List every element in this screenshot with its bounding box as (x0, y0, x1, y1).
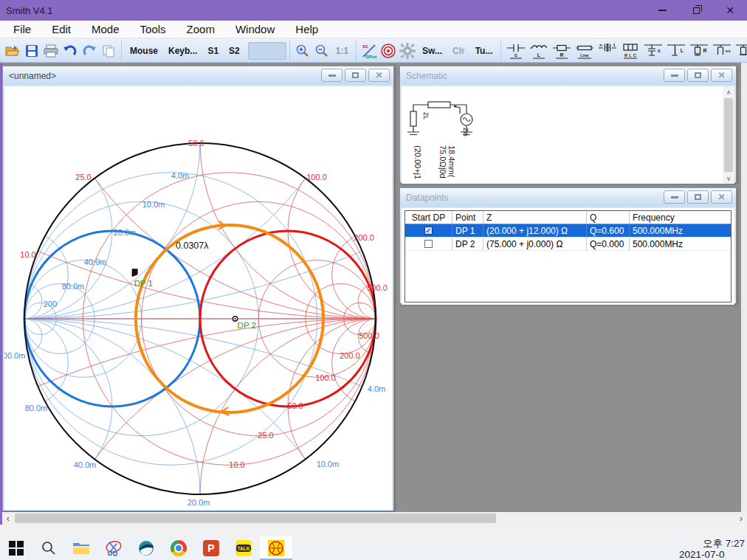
snipping-tool-button[interactable] (97, 536, 130, 560)
cell-point[interactable]: DP 1 (452, 224, 483, 237)
tool-button-sw[interactable]: Sw... (417, 44, 447, 58)
smith-minimize-button[interactable] (321, 69, 342, 82)
cell-frequency[interactable]: 500.000MHz (630, 224, 731, 237)
zoom-out-button[interactable] (312, 41, 331, 61)
scrollbar-thumb[interactable] (15, 514, 496, 523)
menu-zoom[interactable]: Zoom (176, 21, 225, 38)
start-dp-checkbox[interactable]: ✓ (424, 227, 433, 235)
start-dp-cell[interactable]: ✓ (405, 224, 452, 237)
undo-button[interactable] (61, 41, 80, 61)
datapoints-window-titlebar[interactable]: Datapoints ✕ (400, 188, 736, 207)
menu-help[interactable]: Help (285, 21, 328, 38)
kakaotalk-button[interactable]: TALK (227, 536, 260, 560)
zoom-in-button[interactable] (293, 41, 312, 61)
horizontal-scrollbar[interactable]: ‹ › (2, 512, 747, 525)
taskbar-clock[interactable]: 오후 7:27 2021-07-0 (679, 538, 747, 560)
smith-chart-canvas[interactable]: 50.025.010.0100.0200.0500.0500.0200.0100… (4, 86, 392, 510)
shunt-capacitor-button[interactable]: c (641, 41, 664, 61)
column-header-q[interactable]: Q (587, 211, 630, 224)
start-dp-checkbox[interactable] (424, 240, 433, 248)
mode-button-s2[interactable]: S2 (224, 44, 245, 58)
series-line-button[interactable]: Line (573, 41, 596, 61)
shunt-resistor-button[interactable]: R (687, 41, 710, 61)
menu-tools[interactable]: Tools (130, 21, 176, 38)
cell-point[interactable]: DP 2 (452, 238, 483, 250)
datapoints-minimize-button[interactable] (664, 190, 685, 204)
datapoint-row-dp2[interactable]: DP 2(75.000 + j0.000) ΩQ=0.000500.000MHz (405, 238, 731, 251)
transformer-button[interactable]: n1 (596, 41, 619, 61)
short-stub-button[interactable]: ss (733, 41, 747, 61)
tool-button-clr[interactable]: Clr (447, 44, 470, 58)
column-header-z[interactable]: Z (483, 211, 587, 224)
cell-z[interactable]: (20.000 + j12.000) Ω (483, 224, 587, 237)
menu-edit[interactable]: Edit (41, 21, 81, 38)
print-button[interactable] (41, 41, 61, 61)
search-button[interactable] (32, 536, 65, 560)
smith-app-taskbar-button[interactable] (260, 536, 292, 560)
mode-button-s1[interactable]: S1 (202, 44, 224, 58)
smith-window-title: <unnamed> (3, 71, 56, 81)
smith-close-button[interactable]: ✕ (368, 69, 390, 82)
file-explorer-button[interactable] (65, 536, 97, 560)
datapoints-maximize-button[interactable] (687, 190, 709, 204)
schematic-maximize-button[interactable] (687, 69, 709, 82)
smith-maximize-button[interactable] (345, 69, 366, 82)
series-resistor-button[interactable]: R (550, 41, 573, 61)
chrome-button[interactable] (162, 536, 195, 560)
datapoints-table: Start DPPointZQFrequency✓DP 1(20.000 + j… (405, 210, 731, 303)
minimize-icon (328, 75, 336, 77)
grid-label: 50.0 (287, 401, 303, 410)
mode-button-mouse[interactable]: Mouse (125, 44, 163, 58)
scroll-down-icon[interactable]: ∨ (723, 173, 734, 184)
scroll-left-icon[interactable]: ‹ (2, 512, 14, 525)
marker-dot-icon (235, 318, 236, 319)
schematic-window-titlebar[interactable]: Schematic ✕ (400, 66, 736, 85)
tool-button-tu[interactable]: Tu... (470, 44, 498, 58)
powerpoint-button[interactable]: P (195, 536, 227, 560)
start-button[interactable] (0, 536, 32, 560)
smith-window-titlebar[interactable]: <unnamed> ✕ (3, 66, 393, 85)
sc-splot-toggle-button[interactable]: scSPlot (359, 41, 379, 61)
restore-button[interactable] (679, 0, 713, 21)
scrollbar-thumb[interactable] (724, 98, 733, 172)
start-dp-cell[interactable] (405, 238, 452, 250)
schematic-vertical-scrollbar[interactable]: ∧ ∨ (723, 86, 734, 184)
close-button[interactable]: ✕ (713, 0, 747, 21)
menu-mode[interactable]: Mode (81, 21, 130, 38)
cell-q[interactable]: Q=0.000 (587, 238, 630, 250)
series-capacitor-button[interactable]: c (504, 41, 527, 61)
datapoint-marker-dp1[interactable] (132, 269, 138, 277)
mode-button-keyb[interactable]: Keyb... (163, 44, 202, 58)
open-button[interactable] (3, 41, 22, 61)
app-titlebar[interactable]: Smith V4.1 ✕ (0, 0, 747, 21)
schematic-close-button[interactable]: ✕ (711, 69, 732, 82)
open-stub-button[interactable]: os (710, 41, 733, 61)
datapoint-row-dp1[interactable]: ✓DP 1(20.000 + j12.000) ΩQ=0.600500.000M… (405, 224, 731, 238)
cell-q[interactable]: Q=0.600 (587, 224, 630, 237)
schematic-minimize-button[interactable] (664, 69, 685, 82)
scroll-right-icon[interactable]: › (735, 512, 747, 525)
redo-button[interactable] (80, 41, 99, 61)
cell-z[interactable]: (75.000 + j0.000) Ω (483, 238, 587, 250)
settings-gear-button[interactable] (398, 41, 417, 61)
menu-window[interactable]: Window (225, 21, 285, 38)
grid-label: 10.0m (142, 200, 165, 209)
save-button[interactable] (22, 41, 41, 61)
series-rlc-button[interactable]: RLC (619, 41, 641, 61)
menu-file[interactable]: File (3, 21, 41, 38)
schematic-canvas[interactable]: ZL Zin (20.00+j1 75.0Ω|0d 18.4mm( ∧ ∨ (402, 86, 734, 184)
datapoints-close-button[interactable]: ✕ (711, 190, 732, 204)
column-header-start-dp[interactable]: Start DP (405, 211, 452, 224)
window-frame-right (741, 63, 747, 512)
column-header-frequency[interactable]: Frequency (630, 211, 731, 224)
column-header-point[interactable]: Point (452, 211, 483, 224)
minimize-button[interactable] (645, 0, 679, 21)
scroll-up-icon[interactable]: ∧ (723, 86, 734, 97)
copy-button[interactable] (99, 41, 118, 61)
cell-frequency[interactable]: 500.000MHz (630, 238, 731, 250)
smith-chart[interactable]: 50.025.010.0100.0200.0500.0500.0200.0100… (4, 86, 392, 510)
target-button[interactable] (379, 41, 398, 61)
shunt-inductor-button[interactable]: L (664, 41, 687, 61)
whale-browser-button[interactable] (130, 536, 162, 560)
series-inductor-button[interactable]: L (527, 41, 550, 61)
